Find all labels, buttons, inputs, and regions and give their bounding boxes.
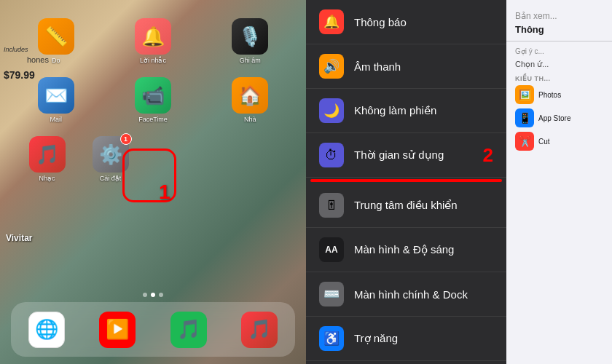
app-nhac[interactable]: 🎵 Nhạc (23, 136, 71, 182)
app-nhac-icon: 🎵 (29, 136, 66, 173)
trungtam-label: Trung tâm điều khiển (354, 199, 458, 212)
app-nha[interactable]: 🏠 Nhà (227, 77, 274, 123)
app-loinhacc-label: Lời nhắc (140, 57, 166, 64)
app-facetime-icon: 📹 (135, 77, 171, 114)
right-photos-icon: 🖼️ (515, 85, 534, 104)
menu-amthanh[interactable]: 🔊 Âm thanh (306, 44, 506, 89)
dot-2 (151, 293, 155, 297)
right-header: Bản xem... Thông (506, 0, 612, 41)
page-indicator (0, 293, 306, 297)
vivitar-label: Vivitar (6, 233, 32, 243)
app-mail[interactable]: ✉️ Mail (32, 77, 79, 123)
app-caidat-badge: 1 (120, 133, 132, 145)
menu-hinhanh[interactable]: ✳️ Hình nền (306, 361, 506, 364)
right-kieuTh-label: KIỀU TH... (515, 75, 603, 82)
left-panel: Includes hones $79.99 Vivitar 📏 Đo 🔔 Lời… (0, 0, 306, 364)
context-menu-panel: 🔔 Thông báo 🔊 Âm thanh 🌙 Không làm phiền… (306, 0, 506, 364)
dock-spotify-icon: 🎵 (170, 312, 207, 348)
dot-1 (143, 293, 147, 297)
app-row-1: 📏 Đo 🔔 Lời nhắc 🎙️ Ghi âm (7, 18, 299, 64)
dock-music-icon: 🎵 (241, 312, 278, 348)
step-2-label: 2 (483, 144, 493, 167)
app-facetime-label: FaceTime (138, 116, 168, 123)
thongbao-icon: 🔔 (319, 9, 344, 34)
app-mail-icon: ✉️ (38, 77, 74, 114)
menu-caidatchung[interactable]: ⚙️ Cài đặt chung (312, 181, 501, 182)
app-facetime[interactable]: 📹 FaceTime (129, 77, 176, 123)
app-nha-icon: 🏠 (232, 77, 268, 114)
menu-trungtam[interactable]: 🎚 Trung tâm điều khiển (306, 183, 506, 228)
amthanh-icon: 🔊 (319, 54, 344, 79)
right-app-photos[interactable]: 🖼️ Photos (515, 85, 603, 104)
menu-tronang[interactable]: ♿ Trợ năng (306, 317, 506, 361)
dock-music[interactable]: 🎵 (236, 312, 283, 348)
right-top-label: Bản xem... (515, 11, 603, 21)
app-loinhacc-icon: 🔔 (135, 18, 171, 55)
app-ghiam-label: Ghi âm (240, 57, 261, 64)
dock-chrome-icon: 🌐 (28, 312, 65, 348)
right-cut-icon: ✂️ (515, 132, 534, 151)
dot-3 (159, 293, 163, 297)
manhinh-label: Màn hình & Độ sáng (354, 243, 454, 256)
manhinhchinh-label: Màn hình chính & Dock (354, 288, 468, 301)
caidatchung-highlight-box: ⚙️ Cài đặt chung (310, 179, 502, 182)
right-subtitle: Gợi ý c... (515, 47, 603, 55)
app-loinhacc[interactable]: 🔔 Lời nhắc (129, 18, 176, 64)
context-menu: 🔔 Thông báo 🔊 Âm thanh 🌙 Không làm phiền… (306, 0, 506, 364)
app-mail-label: Mail (50, 116, 62, 123)
manhinhchinh-icon: ⌨️ (319, 282, 344, 306)
menu-manhinh[interactable]: AA Màn hình & Độ sáng (306, 228, 506, 272)
app-ghiam[interactable]: 🎙️ Ghi âm (227, 18, 274, 64)
right-app-list: 🖼️ Photos 📱 App Store ✂️ Cut (515, 85, 603, 151)
menu-thongbao[interactable]: 🔔 Thông báo (306, 0, 506, 44)
right-photos-label: Photos (538, 91, 561, 99)
right-cut-label: Cut (538, 138, 550, 146)
right-appstore-icon: 📱 (515, 108, 534, 127)
trungtam-icon: 🎚 (319, 193, 344, 218)
right-section-title: Thông (515, 24, 603, 35)
right-panel: Bản xem... Thông Gợi ý c... Chọn ứ... KI… (506, 0, 612, 364)
app-nhac-label: Nhạc (39, 175, 55, 182)
amthanh-label: Âm thanh (354, 60, 401, 73)
step-1-label: 1 (159, 181, 170, 204)
app-caidat-label: Cài đặt (100, 175, 122, 182)
khonglam-label: Không làm phiền (354, 104, 436, 117)
manhinh-icon: AA (319, 237, 344, 262)
app-row-2: ✉️ Mail 📹 FaceTime 🏠 Nhà (7, 77, 299, 123)
app-do-icon: 📏 (38, 18, 74, 55)
tronang-label: Trợ năng (354, 332, 398, 345)
menu-thoigian[interactable]: ⏱ Thời gian sử dụng 2 (306, 133, 506, 178)
right-app-cut[interactable]: ✂️ Cut (515, 132, 603, 151)
right-app-appstore[interactable]: 📱 App Store (515, 108, 603, 127)
app-dock: 🌐 ▶️ 🎵 🎵 (11, 302, 295, 357)
tronang-icon: ♿ (319, 326, 344, 351)
app-ghiam-icon: 🎙️ (232, 18, 268, 55)
right-body: Gợi ý c... Chọn ứ... KIỀU TH... 🖼️ Photo… (506, 41, 612, 157)
dock-spotify[interactable]: 🎵 (165, 312, 212, 348)
app-nha-label: Nhà (244, 116, 256, 123)
khonglam-icon: 🌙 (319, 98, 344, 123)
thongbao-label: Thông báo (354, 16, 407, 28)
menu-manhinhchinh[interactable]: ⌨️ Màn hình chính & Dock (306, 272, 506, 317)
app-do[interactable]: 📏 Đo (32, 18, 79, 64)
app-do-label: Đo (52, 57, 60, 64)
thoigian-label: Thời gian sử dụng (354, 149, 444, 162)
dock-youtube[interactable]: ▶️ (94, 312, 141, 348)
thoigian-icon: ⏱ (319, 143, 344, 167)
menu-khonglam[interactable]: 🌙 Không làm phiền (306, 89, 506, 133)
right-choose-label: Chọn ứ... (515, 60, 603, 69)
dock-chrome[interactable]: 🌐 (23, 312, 70, 348)
dock-youtube-icon: ▶️ (99, 312, 136, 348)
right-appstore-label: App Store (538, 114, 570, 122)
